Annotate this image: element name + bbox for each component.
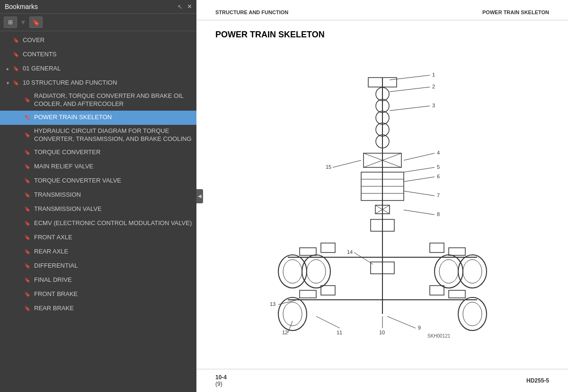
bookmark-item-torque-converter[interactable]: 🔖TORQUE CONVERTER [0,146,196,160]
svg-text:13: 13 [270,301,275,307]
doc-footer: 10-4 (9) HD255-5 [196,369,568,392]
bookmark-icon-main-relief: 🔖 [24,163,31,171]
svg-rect-22 [300,248,316,255]
bookmark-label-power-train: POWER TRAIN SKELETON [34,113,112,122]
expand-arrow-ecmv [15,219,23,228]
svg-line-70 [354,253,373,264]
expand-arrow-rear-brake [15,305,23,313]
bookmark-label-cover: COVER [23,36,44,44]
expand-arrow-final-drive [15,276,23,285]
bookmark-item-hydraulic[interactable]: 🔖HYDRAULIC CIRCUIT DIAGRAM FOR TORQUE CO… [0,125,196,146]
svg-text:6: 6 [437,174,440,179]
bookmark-icon-power-train: 🔖 [24,113,31,122]
doc-chapter-label: POWER TRAIN SKELETON [482,9,549,15]
expand-arrow-transmission-valve [15,205,23,214]
bookmark-item-rear-axle[interactable]: 🔖REAR AXLE [0,245,196,259]
expand-arrow-power-train [15,113,23,122]
svg-line-46 [390,87,430,92]
bookmark-label-main-relief: MAIN RELIEF VALVE [34,163,93,171]
bookmark-label-ecmv: ECMV (ELECTRONIC CONTROL MODULATION VALV… [34,219,192,227]
bookmark-label-transmission-valve: TRANSMISSION VALVE [34,205,102,213]
footer-model-number: HD255-5 [526,377,549,384]
bookmark-item-structure[interactable]: ▾🔖10 STRUCTURE AND FUNCTION [0,76,196,90]
bookmark-item-rear-brake[interactable]: 🔖REAR BRAKE [0,302,196,316]
svg-point-26 [307,260,326,283]
svg-line-48 [390,106,430,111]
bookmark-label-rear-brake: REAR BRAKE [34,305,74,313]
bookmark-label-torque-converter-valve: TORQUE CONVERTER VALVE [34,177,121,185]
bookmark-label-transmission: TRANSMISSION [34,191,81,199]
bookmark-item-transmission-valve[interactable]: 🔖TRANSMISSION VALVE [0,202,196,217]
document-panel: STRUCTURE AND FUNCTION POWER TRAIN SKELE… [196,0,568,392]
bookmark-item-general[interactable]: ▸🔖01 GENERAL [0,61,196,76]
svg-text:12: 12 [282,330,288,335]
bookmark-label-front-brake: FRONT BRAKE [34,290,78,298]
bookmark-item-radiator[interactable]: 🔖RADIATOR, TORQUE CONVERTER AND BRAKE OI… [0,90,196,111]
bookmark-icon-front-axle: 🔖 [24,234,31,242]
bookmark-icon-differential: 🔖 [24,262,31,270]
expand-arrow-main-relief [15,163,23,171]
bookmark-label-differential: DIFFERENTIAL [34,262,78,270]
bookmark-icon-rear-axle: 🔖 [24,248,31,256]
svg-line-56 [404,191,435,196]
collapse-panel-button[interactable]: ◀ [196,189,203,203]
toolbar-divider: ▼ [20,18,27,26]
svg-point-24 [283,260,302,283]
bookmark-item-cover[interactable]: 🔖COVER [0,33,196,47]
bookmark-item-main-relief[interactable]: 🔖MAIN RELIEF VALVE [0,160,196,174]
expand-arrow-rear-axle [15,248,23,256]
bookmark-button[interactable]: 🔖 [29,17,43,28]
svg-rect-21 [321,243,335,253]
expand-arrow-cover [4,36,11,44]
svg-text:10: 10 [379,330,385,335]
bookmark-item-final-drive[interactable]: 🔖FINAL DRIVE [0,273,196,287]
bookmark-item-front-axle[interactable]: 🔖FRONT AXLE [0,231,196,245]
bookmark-item-contents[interactable]: 🔖CONTENTS [0,47,196,61]
bookmark-label-rear-axle: REAR AXLE [34,248,68,256]
expand-arrow-transmission [15,191,23,200]
bookmark-icon-radiator: 🔖 [24,96,31,105]
bookmark-icon: 🔖 [32,19,40,26]
svg-point-41 [463,302,482,326]
expand-arrow-differential [15,262,23,270]
bookmark-icon-transmission-valve: 🔖 [24,205,31,214]
footer-page-sub: (9) [215,381,222,387]
bookmark-icon-transmission: 🔖 [24,191,31,200]
expand-arrow-contents [4,50,11,59]
bookmark-icon-structure: 🔖 [12,78,20,87]
bookmark-item-differential[interactable]: 🔖DIFFERENTIAL [0,259,196,273]
svg-text:7: 7 [437,192,440,198]
bookmark-icon-hydraulic: 🔖 [24,131,31,139]
bookmark-item-ecmv[interactable]: 🔖ECMV (ELECTRONIC CONTROL MODULATION VAL… [0,217,196,231]
close-button[interactable]: × [187,3,192,10]
diagram-container: 1 2 3 4 5 6 7 8 [215,49,549,342]
expand-arrow-structure: ▾ [4,78,11,87]
bookmarks-list: 🔖COVER🔖CONTENTS▸🔖01 GENERAL▾🔖10 STRUCTUR… [0,31,196,392]
svg-point-32 [463,260,482,283]
expand-arrow-front-axle [15,234,23,242]
footer-page-number: 10-4 [215,374,227,381]
svg-line-60 [387,316,416,328]
svg-text:3: 3 [432,103,435,108]
bookmark-item-front-brake[interactable]: 🔖FRONT BRAKE [0,287,196,302]
expand-arrow-front-brake [15,290,23,299]
bookmark-item-transmission[interactable]: 🔖TRANSMISSION [0,188,196,202]
bookmark-icon-final-drive: 🔖 [24,276,31,285]
svg-text:4: 4 [437,150,440,156]
bookmark-label-final-drive: FINAL DRIVE [34,276,72,284]
bookmark-label-general: 01 GENERAL [23,65,61,73]
svg-line-72 [333,160,361,167]
svg-text:11: 11 [337,330,342,335]
bookmark-item-torque-converter-valve[interactable]: 🔖TORQUE CONVERTER VALVE [0,174,196,188]
bookmark-item-power-train[interactable]: 🔖POWER TRAIN SKELETON [0,111,196,125]
bookmark-icon-cover: 🔖 [12,36,20,44]
grid-icon: ⊞ [8,19,13,26]
bookmark-label-contents: CONTENTS [23,51,57,59]
svg-line-50 [404,153,435,160]
svg-text:14: 14 [347,249,353,255]
bookmark-icon-contents: 🔖 [12,50,20,59]
bookmark-icon-torque-converter-valve: 🔖 [24,177,31,185]
bookmark-icon-ecmv: 🔖 [24,219,31,228]
bookmarks-title: Bookmarks [5,3,38,10]
grid-view-button[interactable]: ⊞ [4,17,17,28]
